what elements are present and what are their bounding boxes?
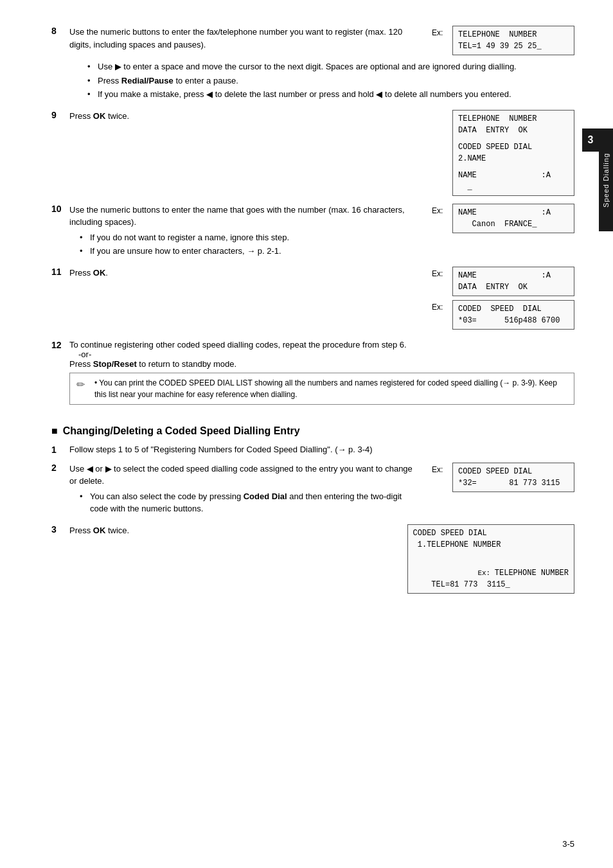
section-step-3-text: Press OK twice. <box>69 524 395 537</box>
step-10-content: Use the numeric buttons to enter the nam… <box>69 204 574 259</box>
section-step-3-ex-label: Ex: <box>477 567 494 577</box>
step-8-ex-row: Ex: TELEPHONE NUMBER TEL=1 49 39 25 25_ <box>432 26 574 55</box>
section-step-2-number: 2 <box>51 463 69 473</box>
step-8-bullet-1-text: Use ▶ to enter a space and move the curs… <box>98 60 517 73</box>
bullet-dot: • <box>87 75 94 87</box>
step-8-bullet-3-text: If you make a mistake, press ◀ to delete… <box>98 88 511 101</box>
step-8-number: 8 <box>51 26 69 36</box>
step-8-bullet-3: • If you make a mistake, press ◀ to dele… <box>87 88 574 101</box>
step-10-row: Use the numeric buttons to enter the nam… <box>69 204 574 259</box>
step-10-lcd: NAME :A Canon FRANCE_ <box>452 204 574 233</box>
step-11-ex-label-2: Ex: <box>432 300 450 312</box>
section-step-1-content: Follow steps 1 to 5 of "Registering Numb… <box>69 445 574 454</box>
section-heading: Changing/Deleting a Coded Speed Dialling… <box>51 425 574 437</box>
step-12-text-after: Press Stop/Reset to return to standby mo… <box>69 359 574 369</box>
step-12: 12 To continue registering other coded s… <box>51 340 574 410</box>
section-step-2-ex-row: Ex: CODED SPEED DIAL *32= 81 773 3115 <box>432 463 574 492</box>
section-step-3-row: Press OK twice. CODED SPEED DIAL 1.TELEP… <box>69 524 574 594</box>
section-step-3-number: 3 <box>51 524 69 535</box>
step-11-number: 11 <box>51 267 69 277</box>
step-10-bullet-1: • If you do not want to register a name,… <box>80 231 419 244</box>
step-9-number: 9 <box>51 110 69 120</box>
step-12-content: To continue registering other coded spee… <box>69 340 574 410</box>
step-8-lcd: TELEPHONE NUMBER TEL=1 49 39 25 25_ <box>452 26 574 55</box>
section-step-2-bullet-1: • You can also select the code by pressi… <box>80 490 419 515</box>
step-11-lcd-2: CODED SPEED DIAL *03= 516p488 6700 <box>452 300 574 330</box>
step-12-or: -or- <box>78 350 574 359</box>
step-9-lcd-1: TELEPHONE NUMBER DATA ENTRY OK <box>452 110 574 139</box>
step-10-ex-row: Ex: NAME :A Canon FRANCE_ <box>432 204 574 233</box>
section-step-3-lcd-stack: CODED SPEED DIAL 1.TELEPHONE NUMBER Ex: … <box>407 524 574 594</box>
section-step-2-text: Use ◀ or ▶ to select the coded speed dia… <box>69 463 419 517</box>
step-9-lcd-3: NAME :A _ <box>452 167 574 196</box>
section-step-3-content: Press OK twice. CODED SPEED DIAL 1.TELEP… <box>69 524 574 594</box>
step-11-row: Press OK. Ex: NAME :A DATA ENTRY OK Ex: … <box>69 267 574 332</box>
section-step-1-number: 1 <box>51 445 69 455</box>
section-step-2-content: Use ◀ or ▶ to select the coded speed dia… <box>69 463 574 517</box>
step-9-lcd-stack: TELEPHONE NUMBER DATA ENTRY OK CODED SPE… <box>452 110 574 196</box>
step-11: 11 Press OK. Ex: NAME :A DATA ENTRY OK E… <box>51 267 574 332</box>
step-12-note: ✏ • You can print the CODED SPEED DIAL L… <box>69 373 574 405</box>
step-12-note-text: • You can print the CODED SPEED DIAL LIS… <box>94 377 567 400</box>
section-step-3-displays: CODED SPEED DIAL 1.TELEPHONE NUMBER Ex: … <box>407 524 574 594</box>
step-10-ex-label: Ex: <box>432 204 450 215</box>
bullet-dot: • <box>87 88 94 101</box>
section-step-2-ex-label: Ex: <box>432 463 450 474</box>
step-8-ex-label: Ex: <box>432 26 450 37</box>
section-step-1: 1 Follow steps 1 to 5 of "Registering Nu… <box>51 445 574 455</box>
page-content: 8 Use the numeric buttons to enter the f… <box>0 0 613 868</box>
step-10: 10 Use the numeric buttons to enter the … <box>51 204 574 259</box>
step-9-displays: TELEPHONE NUMBER DATA ENTRY OK CODED SPE… <box>452 110 574 196</box>
step-10-text: Use the numeric buttons to enter the nam… <box>69 204 419 259</box>
section-step-2: 2 Use ◀ or ▶ to select the coded speed d… <box>51 463 574 517</box>
step-8-bullet-1: • Use ▶ to enter a space and move the cu… <box>87 60 574 73</box>
step-11-display-area: Ex: NAME :A DATA ENTRY OK Ex: CODED SPEE… <box>432 267 574 332</box>
step-8-bullet-2: • Press Redial/Pause to enter a pause. <box>87 75 574 87</box>
step-11-lcd: NAME :A DATA ENTRY OK <box>452 267 574 296</box>
section-step-1-text: Follow steps 1 to 5 of "Registering Numb… <box>69 445 574 454</box>
step-12-number: 12 <box>51 340 69 350</box>
bullet-dot: • <box>87 60 94 73</box>
section-step-3: 3 Press OK twice. CODED SPEED DIAL 1.TEL… <box>51 524 574 594</box>
step-10-bullet-2: • If you are unsure how to enter charact… <box>80 245 419 258</box>
step-12-text: To continue registering other coded spee… <box>69 340 574 350</box>
step-9-content: Press OK twice. TELEPHONE NUMBER DATA EN… <box>69 110 574 196</box>
step-8-bullet-2-text: Press Redial/Pause to enter a pause. <box>98 75 238 87</box>
section-step-2-display-area: Ex: CODED SPEED DIAL *32= 81 773 3115 <box>432 463 574 495</box>
page-number: 3-5 <box>562 839 574 849</box>
section-step-2-row: Use ◀ or ▶ to select the coded speed dia… <box>69 463 574 517</box>
step-8-content: Use the numeric buttons to enter the fax… <box>69 26 574 102</box>
step-9-row: Press OK twice. TELEPHONE NUMBER DATA EN… <box>69 110 574 196</box>
section-step-2-lcd: CODED SPEED DIAL *32= 81 773 3115 <box>452 463 574 492</box>
step-11-ex-label: Ex: <box>432 267 450 278</box>
step-8-row: Use the numeric buttons to enter the fax… <box>69 26 574 58</box>
section-title: Changing/Deleting a Coded Speed Dialling… <box>63 425 300 437</box>
step-11-ex-row: Ex: NAME :A DATA ENTRY OK <box>432 267 574 296</box>
step-8-display-area: Ex: TELEPHONE NUMBER TEL=1 49 39 25 25_ <box>432 26 574 58</box>
step-9-text: Press OK twice. <box>69 110 440 123</box>
step-9: 9 Press OK twice. TELEPHONE NUMBER DATA … <box>51 110 574 196</box>
step-8: 8 Use the numeric buttons to enter the f… <box>51 26 574 102</box>
step-8-text: Use the numeric buttons to enter the fax… <box>69 26 419 51</box>
section-step-3-lcd-2: Ex: TELEPHONE NUMBER TEL=81 773 3115_ <box>407 553 574 594</box>
step-10-display-area: Ex: NAME :A Canon FRANCE_ <box>432 204 574 236</box>
step-11-ex-row-2: Ex: CODED SPEED DIAL *03= 516p488 6700 <box>432 300 574 330</box>
section-step-2-bullets: • You can also select the code by pressi… <box>80 490 419 515</box>
step-10-bullets: • If you do not want to register a name,… <box>80 231 419 258</box>
step-11-text: Press OK. <box>69 267 419 279</box>
step-10-number: 10 <box>51 204 69 214</box>
step-8-bullets: • Use ▶ to enter a space and move the cu… <box>87 60 574 101</box>
section-step-3-lcd-1: CODED SPEED DIAL 1.TELEPHONE NUMBER <box>407 524 574 553</box>
step-9-lcd-2: CODED SPEED DIAL 2.NAME <box>452 139 574 167</box>
step-11-content: Press OK. Ex: NAME :A DATA ENTRY OK Ex: … <box>69 267 574 332</box>
note-icon: ✏ <box>76 377 89 393</box>
